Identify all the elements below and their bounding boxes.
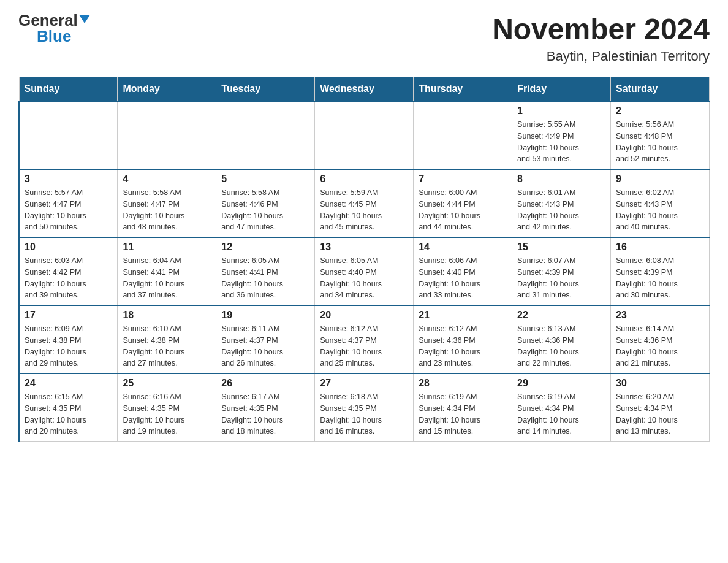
day-number: 30 [616, 378, 704, 389]
day-number: 4 [123, 174, 211, 185]
day-info: Sunrise: 5:55 AM Sunset: 4:49 PM Dayligh… [517, 119, 605, 165]
calendar-cell: 18Sunrise: 6:10 AM Sunset: 4:38 PM Dayli… [118, 305, 216, 373]
calendar-cell: 2Sunrise: 5:56 AM Sunset: 4:48 PM Daylig… [611, 101, 710, 169]
calendar-cell: 19Sunrise: 6:11 AM Sunset: 4:37 PM Dayli… [216, 305, 315, 373]
day-info: Sunrise: 6:00 AM Sunset: 4:44 PM Dayligh… [419, 187, 507, 233]
calendar-cell [216, 101, 315, 169]
day-info: Sunrise: 6:19 AM Sunset: 4:34 PM Dayligh… [419, 391, 507, 437]
calendar-cell: 11Sunrise: 6:04 AM Sunset: 4:41 PM Dayli… [118, 237, 216, 305]
day-info: Sunrise: 6:18 AM Sunset: 4:35 PM Dayligh… [320, 391, 408, 437]
header: General Blue November 2024 Baytin, Pales… [18, 12, 710, 64]
calendar-cell: 4Sunrise: 5:58 AM Sunset: 4:47 PM Daylig… [118, 169, 216, 237]
day-info: Sunrise: 5:59 AM Sunset: 4:45 PM Dayligh… [320, 187, 408, 233]
day-number: 27 [320, 378, 408, 389]
day-number: 3 [25, 174, 112, 185]
day-number: 20 [320, 310, 408, 321]
day-info: Sunrise: 6:19 AM Sunset: 4:34 PM Dayligh… [517, 391, 605, 437]
day-info: Sunrise: 6:06 AM Sunset: 4:40 PM Dayligh… [419, 255, 507, 301]
calendar-cell: 21Sunrise: 6:12 AM Sunset: 4:36 PM Dayli… [414, 305, 512, 373]
day-number: 9 [616, 174, 704, 185]
day-info: Sunrise: 6:17 AM Sunset: 4:35 PM Dayligh… [221, 391, 309, 437]
day-info: Sunrise: 6:13 AM Sunset: 4:36 PM Dayligh… [517, 323, 605, 369]
calendar-table: Sunday Monday Tuesday Wednesday Thursday… [18, 77, 710, 442]
calendar-cell: 14Sunrise: 6:06 AM Sunset: 4:40 PM Dayli… [414, 237, 512, 305]
calendar-cell: 7Sunrise: 6:00 AM Sunset: 4:44 PM Daylig… [414, 169, 512, 237]
day-info: Sunrise: 6:15 AM Sunset: 4:35 PM Dayligh… [25, 391, 112, 437]
calendar-week-row: 1Sunrise: 5:55 AM Sunset: 4:49 PM Daylig… [19, 101, 710, 169]
day-info: Sunrise: 6:05 AM Sunset: 4:40 PM Dayligh… [320, 255, 408, 301]
calendar-cell: 15Sunrise: 6:07 AM Sunset: 4:39 PM Dayli… [512, 237, 611, 305]
day-number: 14 [419, 242, 507, 253]
calendar-cell: 8Sunrise: 6:01 AM Sunset: 4:43 PM Daylig… [512, 169, 611, 237]
col-thursday: Thursday [414, 77, 512, 102]
calendar-cell: 20Sunrise: 6:12 AM Sunset: 4:37 PM Dayli… [315, 305, 414, 373]
calendar-cell: 24Sunrise: 6:15 AM Sunset: 4:35 PM Dayli… [19, 373, 118, 442]
day-info: Sunrise: 6:04 AM Sunset: 4:41 PM Dayligh… [123, 255, 211, 301]
calendar-cell: 1Sunrise: 5:55 AM Sunset: 4:49 PM Daylig… [512, 101, 611, 169]
calendar-cell: 3Sunrise: 5:57 AM Sunset: 4:47 PM Daylig… [19, 169, 118, 237]
logo: General Blue [18, 12, 90, 44]
location-subtitle: Baytin, Palestinian Territory [492, 48, 710, 64]
day-info: Sunrise: 5:58 AM Sunset: 4:46 PM Dayligh… [221, 187, 309, 233]
calendar-cell: 28Sunrise: 6:19 AM Sunset: 4:34 PM Dayli… [414, 373, 512, 442]
col-saturday: Saturday [611, 77, 710, 102]
calendar-cell: 9Sunrise: 6:02 AM Sunset: 4:43 PM Daylig… [611, 169, 710, 237]
calendar-cell: 13Sunrise: 6:05 AM Sunset: 4:40 PM Dayli… [315, 237, 414, 305]
col-wednesday: Wednesday [315, 77, 414, 102]
calendar-cell: 5Sunrise: 5:58 AM Sunset: 4:46 PM Daylig… [216, 169, 315, 237]
day-number: 29 [517, 378, 605, 389]
day-number: 5 [221, 174, 309, 185]
day-number: 1 [517, 105, 605, 117]
day-info: Sunrise: 6:11 AM Sunset: 4:37 PM Dayligh… [221, 323, 309, 369]
day-info: Sunrise: 6:07 AM Sunset: 4:39 PM Dayligh… [517, 255, 605, 301]
calendar-cell: 26Sunrise: 6:17 AM Sunset: 4:35 PM Dayli… [216, 373, 315, 442]
day-info: Sunrise: 5:57 AM Sunset: 4:47 PM Dayligh… [25, 187, 112, 233]
day-number: 8 [517, 174, 605, 185]
col-monday: Monday [118, 77, 216, 102]
day-number: 17 [25, 310, 112, 321]
calendar-cell: 27Sunrise: 6:18 AM Sunset: 4:35 PM Dayli… [315, 373, 414, 442]
day-number: 22 [517, 310, 605, 321]
calendar-cell: 17Sunrise: 6:09 AM Sunset: 4:38 PM Dayli… [19, 305, 118, 373]
day-number: 13 [320, 242, 408, 253]
day-info: Sunrise: 6:09 AM Sunset: 4:38 PM Dayligh… [25, 323, 112, 369]
calendar-cell: 30Sunrise: 6:20 AM Sunset: 4:34 PM Dayli… [611, 373, 710, 442]
day-info: Sunrise: 5:58 AM Sunset: 4:47 PM Dayligh… [123, 187, 211, 233]
day-info: Sunrise: 6:02 AM Sunset: 4:43 PM Dayligh… [616, 187, 704, 233]
calendar-cell [118, 101, 216, 169]
col-sunday: Sunday [19, 77, 118, 102]
month-year-title: November 2024 [492, 12, 710, 46]
logo-blue-text: Blue [37, 28, 71, 44]
day-number: 7 [419, 174, 507, 185]
calendar-week-row: 10Sunrise: 6:03 AM Sunset: 4:42 PM Dayli… [19, 237, 710, 305]
calendar-cell [414, 101, 512, 169]
calendar-cell: 25Sunrise: 6:16 AM Sunset: 4:35 PM Dayli… [118, 373, 216, 442]
calendar-cell: 29Sunrise: 6:19 AM Sunset: 4:34 PM Dayli… [512, 373, 611, 442]
day-info: Sunrise: 6:08 AM Sunset: 4:39 PM Dayligh… [616, 255, 704, 301]
day-number: 11 [123, 242, 211, 253]
day-number: 12 [221, 242, 309, 253]
day-number: 10 [25, 242, 112, 253]
day-info: Sunrise: 6:12 AM Sunset: 4:37 PM Dayligh… [320, 323, 408, 369]
day-number: 26 [221, 378, 309, 389]
day-info: Sunrise: 6:14 AM Sunset: 4:36 PM Dayligh… [616, 323, 704, 369]
day-number: 15 [517, 242, 605, 253]
calendar-week-row: 17Sunrise: 6:09 AM Sunset: 4:38 PM Dayli… [19, 305, 710, 373]
day-number: 6 [320, 174, 408, 185]
day-number: 25 [123, 378, 211, 389]
day-number: 28 [419, 378, 507, 389]
title-area: November 2024 Baytin, Palestinian Territ… [492, 12, 710, 64]
day-info: Sunrise: 6:12 AM Sunset: 4:36 PM Dayligh… [419, 323, 507, 369]
day-info: Sunrise: 6:03 AM Sunset: 4:42 PM Dayligh… [25, 255, 112, 301]
day-info: Sunrise: 6:16 AM Sunset: 4:35 PM Dayligh… [123, 391, 211, 437]
calendar-cell: 23Sunrise: 6:14 AM Sunset: 4:36 PM Dayli… [611, 305, 710, 373]
calendar-cell [19, 101, 118, 169]
day-info: Sunrise: 6:20 AM Sunset: 4:34 PM Dayligh… [616, 391, 704, 437]
col-tuesday: Tuesday [216, 77, 315, 102]
day-number: 19 [221, 310, 309, 321]
calendar-cell: 6Sunrise: 5:59 AM Sunset: 4:45 PM Daylig… [315, 169, 414, 237]
day-number: 21 [419, 310, 507, 321]
day-number: 16 [616, 242, 704, 253]
day-info: Sunrise: 6:05 AM Sunset: 4:41 PM Dayligh… [221, 255, 309, 301]
day-number: 24 [25, 378, 112, 389]
